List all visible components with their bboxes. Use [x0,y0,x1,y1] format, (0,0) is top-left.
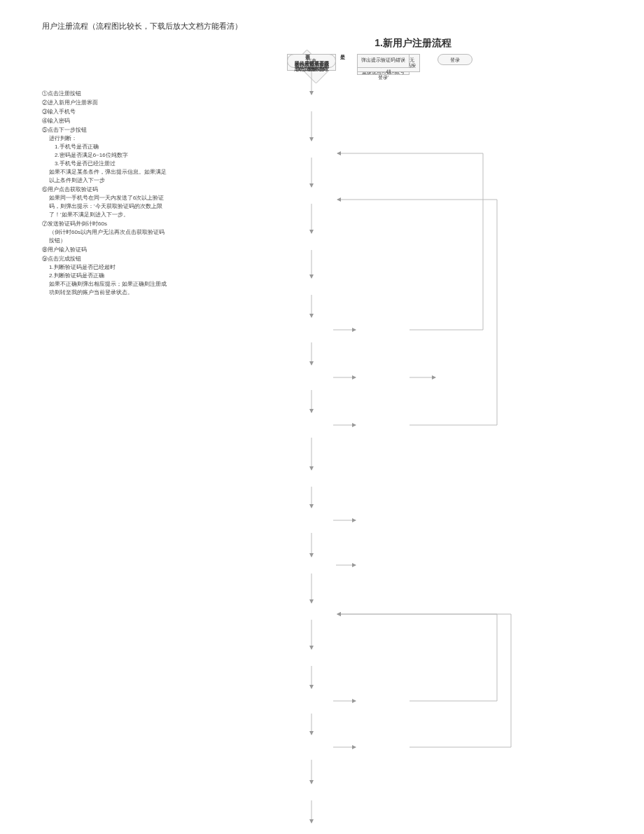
side-note-item: 1.手机号是否正确 [42,143,168,151]
side-note-item: 进行判断： [42,134,168,143]
side-note-item: ①点击注册按钮 [42,90,168,98]
popup-code-wrong: 弹出提示验证码错误 [357,54,410,68]
page-title: 1.新用户注册流程 [224,37,602,50]
side-note-item: ⑥用户点击获取验证码 [42,186,168,194]
side-notes: ①点击注册按钮②进入新用户注册界面③输入手机号④输入密码⑤点击下一步按钮进行判断… [42,89,168,297]
side-note-item: 3.手机号是否已经注册过 [42,160,168,168]
side-note-item: ④输入密码 [42,117,168,125]
popup-login: 登录 [438,54,472,65]
side-note-item: （倒计时60s以内用户无法再次点击获取验证码按钮） [42,228,168,245]
flowchart: 点击注册按钮 进入用户注册界面 输入手机号码 输入密码 点击下一步按钮 点击下一… [252,54,602,824]
header-note: 用户注册流程（流程图比较长，下载后放大文档方能看清） [42,21,602,32]
side-note-item: 2.判断验证码是否正确 [42,272,168,280]
side-note-item: ③输入手机号 [42,108,168,116]
label-no: 是 [305,54,310,61]
side-note-item: 2.密码是否满足6~16位纯数字 [42,151,168,160]
side-note-item: ②进入新用户注册界面 [42,99,168,107]
side-note-item: ⑤点击下一步按钮 [42,126,168,134]
side-note-item: 如果不满足某条条件，弹出提示信息。如果满足以上条件则进入下一步 [42,168,168,185]
side-note-item: ⑨点击完成按钮 [42,255,168,263]
side-note-item: ⑦发送验证码并倒计时60s [42,220,168,228]
side-note-item: 如果同一手机号在同一天内发送了6次以上验证码，则弹出提示：'今天获取验证码的次数… [42,194,168,219]
side-note-item: ⑧用户输入验证码 [42,246,168,254]
label-yes: 是 [340,54,345,61]
side-note-item: 如果不正确则弹出相应提示；如果正确则注册成功则转至我的账户当前登录状态。 [42,280,168,297]
side-note-item: 1.判断验证码是否已经超时 [42,263,168,272]
